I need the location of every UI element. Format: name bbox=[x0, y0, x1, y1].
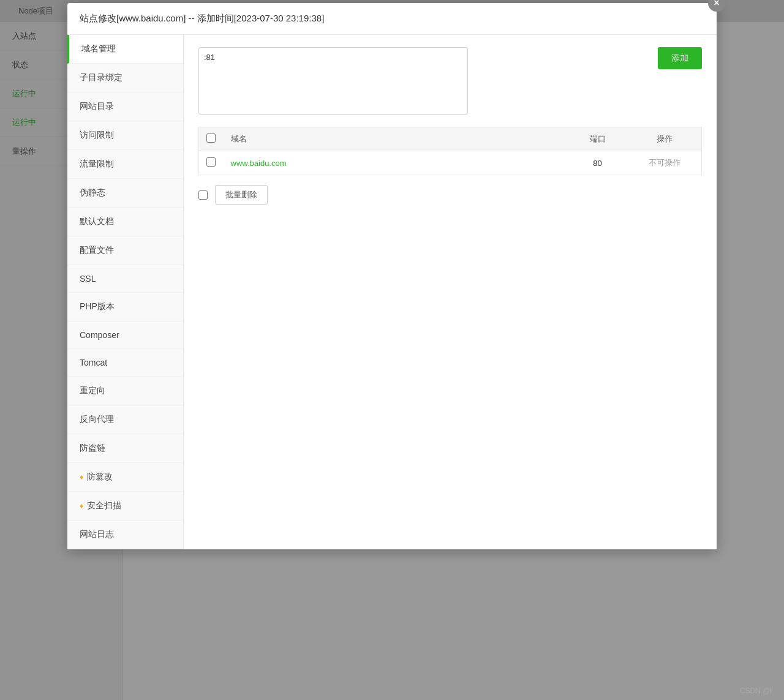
not-operable-label: 不可操作 bbox=[649, 158, 680, 167]
nav-item-domain-mgmt[interactable]: 域名管理 bbox=[67, 35, 183, 64]
modal-overlay: 站点修改[www.baidu.com] -- 添加时间[2023-07-30 2… bbox=[0, 0, 784, 700]
select-all-checkbox[interactable] bbox=[206, 134, 216, 143]
domain-table: 域名 端口 操作 www.baidu.com bbox=[198, 127, 702, 175]
modal-dialog: 站点修改[www.baidu.com] -- 添加时间[2023-07-30 2… bbox=[67, 3, 717, 549]
nav-item-security-scan[interactable]: ♦ 安全扫描 bbox=[67, 492, 183, 521]
modal-header: 站点修改[www.baidu.com] -- 添加时间[2023-07-30 2… bbox=[67, 3, 717, 35]
modal-main-content: 添加 域名 端口 操作 bbox=[184, 35, 717, 549]
nav-item-default-doc[interactable]: 默认文档 bbox=[67, 208, 183, 236]
nav-item-traffic-limit[interactable]: 流量限制 bbox=[67, 150, 183, 179]
nav-label-site-dir: 网站目录 bbox=[80, 101, 114, 112]
nav-label-domain-mgmt: 域名管理 bbox=[81, 43, 116, 55]
nav-label-pseudo-static: 伪静态 bbox=[80, 187, 105, 198]
nav-item-ssl[interactable]: SSL bbox=[67, 265, 183, 293]
nav-label-redirect: 重定向 bbox=[80, 385, 105, 396]
domain-input-section: 添加 bbox=[198, 47, 702, 115]
table-row: www.baidu.com 80 不可操作 bbox=[199, 151, 702, 175]
footer-text: CSDN @l bbox=[740, 687, 772, 695]
table-body: www.baidu.com 80 不可操作 bbox=[199, 151, 702, 175]
batch-actions: 批量删除 bbox=[198, 185, 702, 205]
nav-item-tamper-protect[interactable]: ♦ 防篡改 bbox=[67, 463, 183, 492]
batch-select-checkbox[interactable] bbox=[198, 190, 208, 200]
modal-body: 域名管理 子目录绑定 网站目录 访问限制 流量限制 伪静态 默认 bbox=[67, 35, 717, 549]
add-domain-button[interactable]: 添加 bbox=[658, 47, 702, 69]
modal-sidebar-nav: 域名管理 子目录绑定 网站目录 访问限制 流量限制 伪静态 默认 bbox=[67, 35, 184, 549]
row-action-cell: 不可操作 bbox=[628, 151, 702, 175]
nav-label-hotlink-protect: 防盗链 bbox=[80, 443, 105, 454]
nav-item-tomcat[interactable]: Tomcat bbox=[67, 349, 183, 377]
table-col-domain: 域名 bbox=[224, 127, 567, 151]
row-checkbox-cell bbox=[199, 151, 224, 175]
nav-label-ssl: SSL bbox=[80, 274, 96, 284]
nav-label-tamper-protect: 防篡改 bbox=[87, 472, 113, 483]
nav-label-site-log: 网站日志 bbox=[80, 529, 114, 540]
nav-label-access-limit: 访问限制 bbox=[80, 130, 114, 141]
table-header: 域名 端口 操作 bbox=[199, 127, 702, 151]
nav-item-pseudo-static[interactable]: 伪静态 bbox=[67, 179, 183, 208]
table-header-row: 域名 端口 操作 bbox=[199, 127, 702, 151]
nav-label-traffic-limit: 流量限制 bbox=[80, 159, 114, 170]
nav-item-config-file[interactable]: 配置文件 bbox=[67, 236, 183, 265]
domain-textarea[interactable] bbox=[198, 47, 468, 115]
row-domain-cell: www.baidu.com bbox=[224, 151, 567, 175]
nav-item-subdir-bind[interactable]: 子目录绑定 bbox=[67, 64, 183, 92]
nav-label-composer: Composer bbox=[80, 330, 119, 340]
nav-item-reverse-proxy[interactable]: 反向代理 bbox=[67, 405, 183, 434]
table-col-checkbox bbox=[199, 127, 224, 151]
nav-item-composer[interactable]: Composer bbox=[67, 322, 183, 349]
nav-item-php-version[interactable]: PHP版本 bbox=[67, 293, 183, 322]
nav-label-default-doc: 默认文档 bbox=[80, 216, 114, 227]
batch-delete-button[interactable]: 批量删除 bbox=[215, 185, 268, 205]
premium-icon-tamper: ♦ bbox=[80, 473, 83, 481]
nav-item-hotlink-protect[interactable]: 防盗链 bbox=[67, 434, 183, 463]
premium-icon-security: ♦ bbox=[80, 502, 83, 510]
modal-close-button[interactable]: × bbox=[708, 0, 725, 12]
table-col-port: 端口 bbox=[567, 127, 628, 151]
nav-item-access-limit[interactable]: 访问限制 bbox=[67, 121, 183, 150]
nav-item-site-log[interactable]: 网站日志 bbox=[67, 521, 183, 549]
nav-label-subdir-bind: 子目录绑定 bbox=[80, 72, 123, 83]
modal-title: 站点修改[www.baidu.com] -- 添加时间[2023-07-30 2… bbox=[80, 13, 324, 24]
nav-label-reverse-proxy: 反向代理 bbox=[80, 414, 114, 425]
table-col-action: 操作 bbox=[628, 127, 702, 151]
nav-label-php-version: PHP版本 bbox=[80, 301, 115, 312]
row-port-cell: 80 bbox=[567, 151, 628, 175]
row-checkbox[interactable] bbox=[206, 157, 216, 167]
domain-link[interactable]: www.baidu.com bbox=[231, 159, 287, 168]
nav-item-redirect[interactable]: 重定向 bbox=[67, 377, 183, 405]
nav-label-config-file: 配置文件 bbox=[80, 245, 114, 256]
nav-item-site-dir[interactable]: 网站目录 bbox=[67, 92, 183, 121]
nav-label-tomcat: Tomcat bbox=[80, 358, 107, 367]
nav-label-security-scan: 安全扫描 bbox=[87, 500, 121, 511]
